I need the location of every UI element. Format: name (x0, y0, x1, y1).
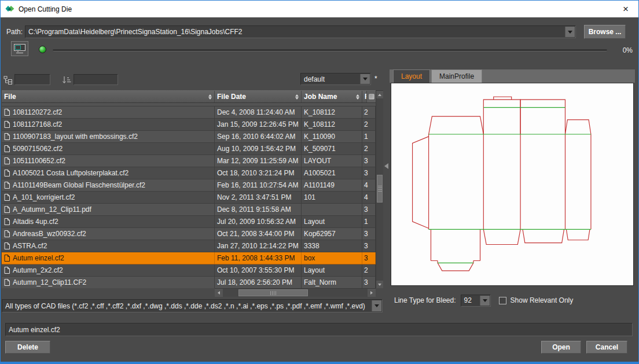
fil-cell: 2 (362, 264, 376, 276)
bleed-value: 92 (464, 296, 472, 304)
date-cell: Sep 16, 2010 6:44:02 AM (215, 131, 302, 142)
open-cutting-die-dialog: Open Cutting Die × Path: C:\ProgramData\… (0, 0, 639, 364)
fil-cell: 1 (362, 131, 376, 142)
file-icon (4, 255, 10, 262)
file-icon (4, 157, 10, 164)
column-header-date[interactable]: File Date (215, 91, 302, 102)
tab-mainprofile[interactable]: MainProfile (431, 69, 482, 83)
table-row[interactable]: ASTRA.cf2 Jan 27, 2010 12:14:22 PM 3338 … (2, 240, 376, 252)
fil-cell: 2 (362, 143, 376, 155)
titlebar: Open Cutting Die × (1, 1, 638, 17)
path-dropdown-button[interactable] (565, 27, 575, 37)
file-icon (4, 109, 10, 116)
fil-cell: 3 (362, 167, 376, 179)
table-row[interactable]: Altadis 4up.cf2 Jul 20, 2009 10:56:32 AM… (2, 216, 376, 228)
date-cell: Feb 11, 2008 1:44:33 PM (215, 252, 302, 264)
grid-icon (369, 94, 374, 100)
file-icon (4, 242, 10, 249)
job-cell: A1101149 (302, 179, 362, 191)
column-header-job[interactable]: Job Name (302, 91, 362, 102)
show-relevant-checkbox[interactable] (499, 297, 506, 304)
date-cell: Feb 16, 2011 10:27:54 AM (215, 179, 302, 191)
tab-layout[interactable]: Layout (393, 69, 430, 83)
scroll-right-button[interactable] (368, 289, 376, 297)
table-row[interactable]: Autum einzel.cf2 Feb 11, 2008 1:44:33 PM… (2, 252, 376, 264)
file-type-combobox[interactable]: All types of CAD files (*.cf2 ,*.cff ,*.… (2, 299, 383, 312)
file-cell: ASTRA.cf2 (2, 240, 215, 252)
browse-button[interactable]: Browse ... (584, 25, 626, 39)
close-button[interactable]: × (613, 1, 638, 17)
open-button[interactable]: Open (541, 341, 581, 354)
table-row[interactable]: 1081127168.cf2 Jan 15, 2009 12:26:45 PM … (2, 119, 376, 131)
structure-filter-button[interactable] (3, 75, 13, 84)
horizontal-scrollbar[interactable] (215, 288, 376, 297)
file-type-value: All types of CAD files (*.cf2 ,*.cff ,*.… (5, 302, 365, 310)
tree-icon (3, 76, 13, 84)
table-row[interactable]: A1005021 Costa Luftpolsterplakat.cf2 Oct… (2, 167, 376, 179)
fil-cell: 4 (362, 179, 376, 191)
file-cell: Altadis 4up.cf2 (2, 216, 215, 227)
column-config-button[interactable] (366, 91, 376, 102)
preset-combobox[interactable]: default (300, 73, 371, 85)
structure-filter-input[interactable] (14, 74, 50, 85)
table-row[interactable]: AndreasB_wz00932.cf2 Oct 21, 2008 3:44:0… (2, 228, 376, 240)
job-cell: Falt_Norm (302, 277, 362, 288)
table-row[interactable]: Autumn_12_Clip11.CF2 Jul 18, 2006 2:56:2… (2, 277, 376, 288)
arrow-right-icon (370, 291, 373, 295)
arrow-up-icon (378, 94, 381, 96)
file-table: File File Date Job Name Fil (2, 90, 376, 288)
vertical-scroll-thumb[interactable] (377, 175, 383, 203)
dropdown-arrow-icon (483, 299, 487, 302)
scroll-left-button[interactable] (215, 289, 223, 297)
job-cell (302, 204, 362, 215)
date-cell: Oct 10, 2007 3:55:30 PM (215, 264, 302, 276)
fil-cell: 4 (362, 192, 376, 203)
delete-button[interactable]: Delete (5, 341, 50, 354)
job-cell: A1005021 (302, 167, 362, 179)
column-header-file[interactable]: File (2, 91, 215, 102)
arrow-left-icon (218, 291, 220, 295)
table-row[interactable]: A1101149Beam Global Flaschenstülper.cf2 … (2, 179, 376, 192)
horizontal-scroll-thumb[interactable] (238, 289, 308, 296)
preview-tabbar: Layout MainProfile (390, 69, 635, 83)
bleed-dropdown-button[interactable] (480, 296, 490, 306)
table-row[interactable]: A_101_korrigiert.cf2 Nov 2, 2011 3:47:51… (2, 192, 376, 204)
file-icon (4, 121, 10, 128)
dropdown-arrow-icon (374, 304, 379, 307)
show-relevant-label: Show Relevant Only (511, 296, 574, 304)
file-type-dropdown-button[interactable] (372, 300, 381, 311)
date-cell: Mar 12, 2009 11:25:59 AM (215, 155, 302, 167)
job-cell: Layout (302, 264, 362, 276)
table-row[interactable]: 1100907183_layout with embossings.cf2 Se… (2, 131, 376, 143)
file-cell: AndreasB_wz00932.cf2 (2, 228, 215, 240)
job-cell: K_509071 (302, 143, 362, 155)
progress-percent: 0% (623, 46, 633, 54)
cancel-button[interactable]: Cancel (586, 341, 627, 354)
preview-monitor-button[interactable] (11, 41, 28, 56)
table-row[interactable]: A_Autumn_12_Clip11.pdf Dec 8, 2011 9:15:… (2, 204, 376, 216)
bleed-combobox[interactable]: 92 (461, 295, 491, 307)
date-cell: Jan 27, 2010 12:14:22 PM (215, 240, 302, 252)
table-row[interactable]: 1081120272.cf2 Dec 4, 2008 11:24:40 AM K… (2, 106, 376, 119)
splitter-collapse-button[interactable] (384, 163, 388, 169)
job-cell: K_110090 (302, 131, 362, 142)
file-icon (4, 267, 10, 274)
scroll-down-button[interactable] (376, 281, 383, 288)
file-icon (4, 182, 10, 189)
dieline-drawing (405, 95, 607, 275)
progress-slider[interactable] (53, 49, 607, 52)
filename-input[interactable] (5, 323, 633, 336)
table-row[interactable]: 5090715062.cf2 Aug 10, 2009 1:56:42 PM K… (2, 143, 376, 155)
job-cell: Kop62957 (302, 228, 362, 240)
vertical-scrollbar[interactable] (376, 90, 383, 288)
preset-value: default (304, 75, 325, 83)
table-row[interactable]: 10511100652.cf2 Mar 12, 2009 11:25:59 AM… (2, 155, 376, 167)
path-combobox[interactable]: C:\ProgramData\Heidelberg\PrinectSignaSt… (25, 25, 576, 38)
scroll-up-button[interactable] (376, 91, 383, 98)
name-filter-input[interactable] (74, 74, 118, 85)
preset-dropdown-button[interactable] (360, 74, 370, 84)
table-row[interactable]: Autumn_2x2.cf2 Oct 10, 2007 3:55:30 PM L… (2, 264, 376, 277)
file-icon (4, 218, 10, 225)
sort-filter-button[interactable] (61, 75, 72, 84)
job-cell: Layout (302, 216, 362, 227)
